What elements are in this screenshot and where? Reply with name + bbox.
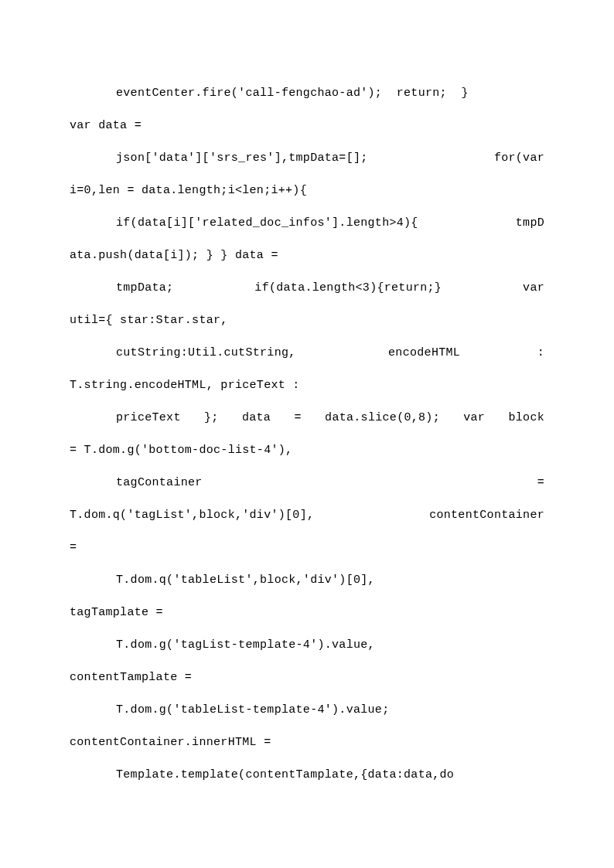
code-line: priceText }; data = data.slice(0,8); var…	[70, 402, 544, 434]
code-line: util={ star:Star.star,	[70, 305, 544, 337]
code-line: if(data[i]['related_doc_infos'].length>4…	[70, 207, 544, 240]
code-line: tmpData; if(data.length<3){return;} var	[70, 272, 544, 305]
code-line: T.dom.g('tableList-template-4').value;	[70, 694, 544, 727]
document-page: eventCenter.fire('call-fengchao-ad'); re…	[0, 0, 614, 868]
code-line: T.dom.g('tagList-template-4').value,	[70, 629, 544, 662]
code-line: T.dom.q('tagList',block,'div')[0], conte…	[70, 499, 544, 532]
code-line: T.string.encodeHTML, priceText :	[70, 369, 544, 402]
code-line: i=0,len = data.length;i<len;i++){	[70, 175, 544, 207]
code-line: contentContainer.innerHTML =	[70, 727, 544, 759]
code-line: tagTamplate =	[70, 597, 544, 629]
code-block: eventCenter.fire('call-fengchao-ad'); re…	[70, 77, 544, 791]
code-line: var data =	[70, 110, 544, 142]
code-line: = T.dom.g('bottom-doc-list-4'),	[70, 434, 544, 467]
code-line: ata.push(data[i]); } } data =	[70, 240, 544, 272]
code-line: contentTamplate =	[70, 662, 544, 694]
code-line: eventCenter.fire('call-fengchao-ad'); re…	[70, 77, 544, 110]
code-line: =	[70, 532, 544, 564]
code-line: tagContainer =	[70, 467, 544, 499]
code-line: cutString:Util.cutString, encodeHTML :	[70, 337, 544, 369]
code-line: T.dom.q('tableList',block,'div')[0],	[70, 564, 544, 597]
code-line: Template.template(contentTamplate,{data:…	[70, 759, 544, 791]
code-line: json['data']['srs_res'],tmpData=[]; for(…	[70, 142, 544, 175]
